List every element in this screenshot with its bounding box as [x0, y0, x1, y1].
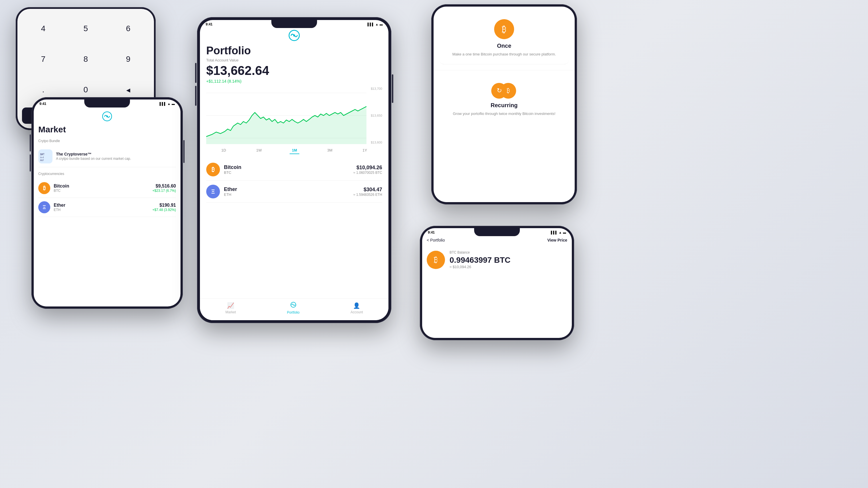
portfolio-status-icons: ▌▌▌ ▲ ▬ [368, 23, 383, 26]
holding-eth-name: Ether [224, 186, 349, 192]
tab-portfolio[interactable]: Portfolio [287, 302, 300, 314]
tab-market[interactable]: 📈 Market [225, 302, 236, 314]
once-btc-icon: ₿ [502, 24, 506, 35]
holding-eth-amount: ≈ 1.59483526 ETH [353, 193, 382, 197]
btc-signal-icon: ▌▌▌ [551, 231, 558, 234]
recurring-icons-wrap: ↻ ₿ [491, 83, 517, 98]
recurring-card[interactable]: ↻ ₿ Recurring Grow your portoflio throug… [439, 76, 569, 123]
holding-eth-price: $304.47 ≈ 1.59483526 ETH [353, 187, 382, 197]
holding-btc-info: Bitcoin BTC [224, 164, 349, 175]
market-content: Market Crytpo Bundle B#T $→2 B$T The Cry… [34, 107, 181, 307]
portfolio-tab-label: Portfolio [287, 311, 300, 314]
once-card[interactable]: ₿ Once Make a one time Bitcoin purchase … [439, 12, 569, 64]
svg-text:$→2: $→2 [40, 156, 44, 159]
btc-icon: ₿ [38, 182, 50, 194]
holding-ether[interactable]: Ξ Ether ETH $304.47 ≈ 1.59483526 ETH [206, 181, 382, 203]
bundle-item[interactable]: B#T $→2 B$T The Cryptoverse™ A crytpo bu… [38, 146, 176, 167]
btc-info: Bitcoin BTC [54, 183, 149, 193]
p-wifi-icon: ▲ [375, 23, 378, 26]
btc-price: $9,516.60 +$23.17 (6.7%) [153, 183, 176, 193]
wifi-icon: ▲ [167, 102, 170, 106]
power-button[interactable] [183, 140, 185, 163]
vol-down-button[interactable] [30, 154, 31, 172]
btc-status-icons: ▌▌▌ ▲ ▬ [551, 231, 566, 234]
holding-eth-icon: Ξ [206, 185, 220, 198]
market-logo [38, 112, 176, 121]
total-value: $13,662.64 [206, 63, 382, 78]
tab-account[interactable]: 👤 Account [350, 302, 363, 314]
market-time: 9:41 [39, 102, 46, 106]
crypto-label: Cryptocurrencies [38, 172, 176, 176]
bundle-image: B#T $→2 B$T [38, 149, 53, 164]
period-selector: 1D 1W 1M 3M 1Y [206, 147, 382, 154]
portfolio-tab-icon [290, 302, 297, 309]
options-content: ₿ Once Make a one time Bitcoin purchase … [434, 6, 575, 202]
p-battery-icon: ▬ [380, 23, 383, 26]
btc-content: < Portfolio View Price ₿ BTC Balance 0.9… [422, 235, 572, 338]
portfolio-vol-down[interactable] [195, 86, 196, 106]
key-5[interactable]: 5 [65, 13, 107, 44]
svg-text:B$T: B$T [40, 159, 44, 162]
key-4[interactable]: 4 [22, 13, 65, 44]
signal-icon: ▌▌▌ [160, 102, 166, 106]
holding-eth-val: $304.47 [353, 187, 382, 193]
account-tab-label: Account [350, 310, 363, 314]
key-8[interactable]: 8 [65, 44, 107, 75]
period-1m[interactable]: 1M [290, 147, 299, 154]
view-price-label[interactable]: View Price [547, 238, 567, 242]
once-title: Once [497, 42, 511, 49]
svg-point-7 [293, 35, 295, 37]
market-status-icons: ▌▌▌ ▲ ▬ [160, 102, 175, 106]
chart-label-high: $13,700 [371, 87, 382, 90]
phone-options: ₿ Once Make a one time Bitcoin purchase … [431, 4, 577, 204]
p-signal-icon: ▌▌▌ [368, 23, 374, 26]
eth-change: +$7.48 (3.92%) [153, 208, 176, 212]
svg-point-1 [106, 115, 108, 117]
svg-text:B#T: B#T [40, 153, 44, 156]
eth-ticker: ETH [54, 208, 149, 212]
period-3m[interactable]: 3M [325, 147, 335, 154]
btc-balance-label: BTC Balance [450, 251, 510, 254]
chart-label-mid: $13,650 [371, 114, 382, 117]
btc-battery-icon: ▬ [563, 231, 566, 234]
market-tab-label: Market [225, 310, 236, 314]
period-1y[interactable]: 1Y [360, 147, 369, 154]
numpad-grid: 4 5 6 7 8 9 . 0 ◂ [22, 13, 149, 105]
holding-btc-icon: ₿ [206, 163, 220, 176]
bundle-label: Crytpo Bundle [38, 139, 176, 143]
eth-info: Ether ETH [54, 203, 149, 212]
btc-balance-section: ₿ BTC Balance 0.99463997 BTC ≈ $10,094.2… [427, 246, 567, 274]
period-1w[interactable]: 1W [254, 147, 264, 154]
eth-icon: Ξ [38, 201, 50, 213]
holding-btc-name: Bitcoin [224, 164, 349, 170]
recurring-title: Recurring [491, 102, 518, 109]
vol-up-button[interactable] [30, 134, 31, 151]
holding-btc-price: $10,094.26 ≈ 1.06070025 BTC [353, 165, 382, 175]
btc-time: 9:41 [428, 230, 435, 234]
market-bitcoin-item[interactable]: ₿ Bitcoin BTC $9,516.60 +$23.17 (6.7%) [38, 179, 176, 198]
options-divider [434, 70, 575, 70]
holding-bitcoin[interactable]: ₿ Bitcoin BTC $10,094.26 ≈ 1.06070025 BT… [206, 159, 382, 181]
portfolio-power[interactable] [392, 74, 393, 103]
phone-btc-balance: 9:41 ▌▌▌ ▲ ▬ < Portfolio View Price ₿ BT… [420, 226, 574, 340]
portfolio-vol-up[interactable] [195, 63, 196, 83]
chart-label-low: $13,600 [371, 141, 382, 144]
bundle-desc: A crytpo bundle based on our current mar… [56, 156, 131, 161]
key-7[interactable]: 7 [22, 44, 65, 75]
phone-options-screen: ₿ Once Make a one time Bitcoin purchase … [434, 6, 575, 202]
btc-large-icon: ₿ [427, 251, 445, 269]
key-9[interactable]: 9 [107, 44, 149, 75]
market-ether-item[interactable]: Ξ Ether ETH $190.91 +$7.48 (3.92%) [38, 198, 176, 217]
recurring-refresh-icon: ↻ [491, 83, 507, 98]
portfolio-logo [206, 30, 382, 41]
phone-portfolio: 9:41 ▌▌▌ ▲ ▬ Portfolio Total Account Val… [197, 17, 391, 323]
key-6[interactable]: 6 [107, 13, 149, 44]
holding-eth-ticker: ETH [224, 192, 349, 197]
chart-svg [206, 87, 367, 144]
period-1d[interactable]: 1D [219, 147, 228, 154]
svg-marker-11 [206, 106, 367, 144]
eth-name: Ether [54, 203, 149, 208]
back-button[interactable]: < Portfolio [427, 238, 445, 242]
holding-btc-val: $10,094.26 [353, 165, 382, 171]
chart-labels: $13,700 $13,650 $13,600 [371, 87, 382, 144]
